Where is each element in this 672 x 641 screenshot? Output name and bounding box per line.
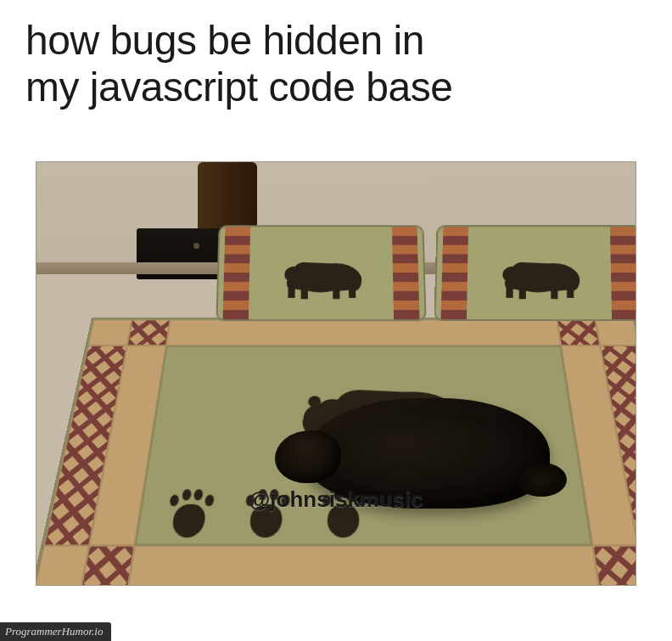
bed [92, 271, 636, 585]
quilt-border [166, 320, 561, 346]
quilt-border-pattern [127, 320, 171, 346]
pillow-stripe [223, 228, 251, 320]
pillow-stripe [392, 228, 420, 320]
meme-photo: @johnsiskmusic [36, 161, 636, 586]
quilt-border [127, 546, 600, 586]
image-credit-handle: @johnsiskmusic [249, 486, 423, 513]
caption-line-2: my javascript code base [25, 65, 452, 110]
site-watermark: ProgrammerHumor.io [0, 622, 111, 641]
quilt-border [88, 320, 132, 346]
bear-silhouette-icon [265, 245, 380, 304]
pillow-stripe [610, 228, 636, 320]
meme-caption: how bugs be hidden in my javascript code… [0, 0, 672, 119]
pillow-left [216, 226, 426, 322]
quilt-border-pattern [557, 320, 600, 346]
quilt-border-pattern [592, 546, 636, 586]
quilt-border-pattern [81, 546, 135, 586]
bear-silhouette-icon [483, 245, 598, 304]
pillow-stripe [441, 228, 469, 320]
quilt-border [36, 546, 89, 586]
quilt-border [595, 320, 636, 346]
caption-line-1: how bugs be hidden in [25, 18, 424, 63]
pawprint-icon [160, 487, 218, 543]
pillow-right [434, 226, 636, 322]
